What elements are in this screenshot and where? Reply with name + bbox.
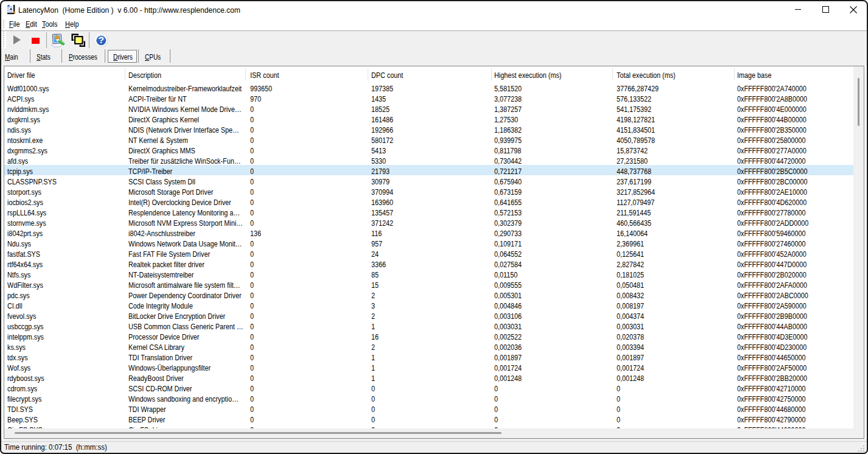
svg-text:?: ? [99,35,104,45]
